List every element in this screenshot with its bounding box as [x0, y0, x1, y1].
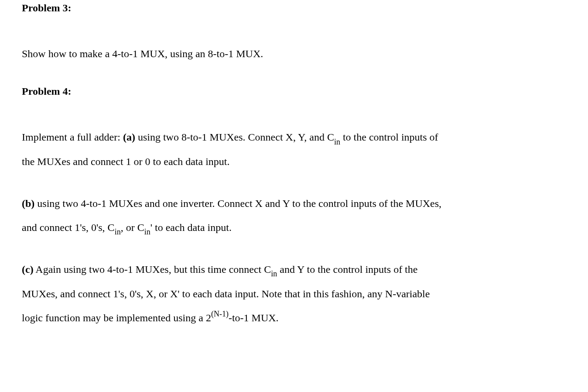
part-c-label: (c) — [22, 264, 34, 275]
part-a-label: (a) — [123, 131, 135, 143]
part-b-text-1: using two 4-to-1 MUXes and one inverter.… — [22, 198, 441, 233]
part-a-text-1: using two 8-to-1 MUXes. Connect X, Y, an… — [135, 131, 334, 143]
part-b-text-2: , or C — [121, 222, 144, 233]
subscript-in: in — [334, 138, 340, 146]
subscript-in: in — [144, 227, 150, 236]
part-c-text-1: Again using two 4-to-1 MUXes, but this t… — [34, 264, 271, 275]
superscript-n-minus-1: (N-1) — [211, 309, 229, 318]
problem-3-heading: Problem 3: — [22, 0, 566, 16]
problem-4-part-b: (b) using two 4-to-1 MUXes and one inver… — [22, 192, 449, 240]
subscript-in: in — [115, 227, 121, 236]
subscript-in: in — [271, 269, 277, 278]
problem-4-part-c: (c) Again using two 4-to-1 MUXes, but th… — [22, 258, 449, 330]
problem-4-heading: Problem 4: — [22, 83, 566, 99]
part-c-text-3: -to-1 MUX. — [229, 312, 279, 323]
part-b-label: (b) — [22, 198, 34, 209]
intro-text: Implement a full adder: — [22, 131, 123, 143]
problem-4-part-a: Implement a full adder: (a) using two 8-… — [22, 125, 449, 174]
problem-3-body: Show how to make a 4-to-1 MUX, using an … — [22, 42, 449, 66]
part-b-text-3: ' to each data input. — [150, 222, 232, 233]
